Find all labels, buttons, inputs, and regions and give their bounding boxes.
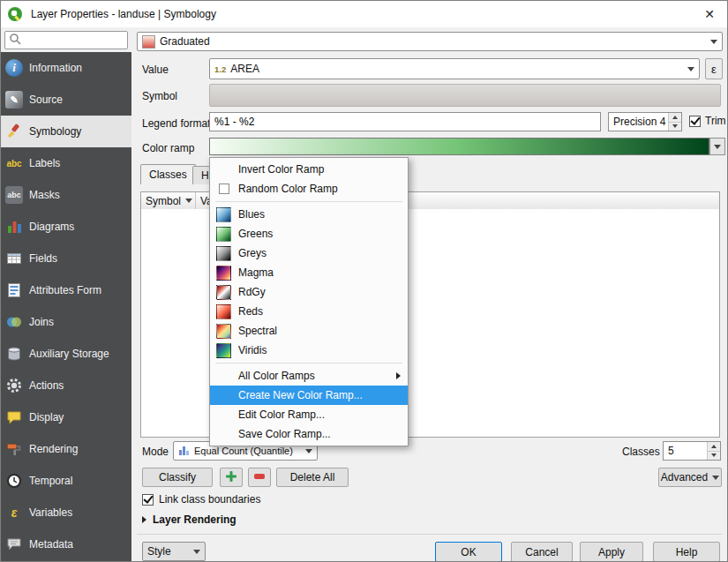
apply-button[interactable]: Apply	[580, 542, 643, 562]
value-field-name: AREA	[230, 63, 259, 75]
sidebar-item-symbology[interactable]: Symbology	[1, 116, 131, 147]
menu-item-create-new-color-ramp[interactable]: Create New Color Ramp...	[210, 386, 408, 405]
menu-item-random-color-ramp[interactable]: Random Color Ramp	[210, 179, 408, 199]
sidebar-item-metadata[interactable]: Metadata	[1, 528, 131, 560]
auxiliary-storage-icon	[5, 345, 23, 363]
link-class-boundaries-label: Link class boundaries	[159, 493, 260, 506]
menu-item-invert-color-ramp[interactable]: Invert Color Ramp	[210, 160, 408, 179]
rendering-roller-icon	[5, 440, 23, 458]
menu-item-greens[interactable]: Greens	[210, 224, 408, 244]
sidebar-item-source[interactable]: ✎ Source	[1, 84, 131, 116]
symbol-preview[interactable]	[209, 84, 721, 107]
menu-item-label: Invert Color Ramp	[238, 163, 324, 176]
graduated-icon	[142, 35, 155, 49]
sidebar-item-fields[interactable]: Fields	[1, 243, 131, 274]
menu-item-spectral[interactable]: Spectral	[210, 321, 408, 341]
menu-icon-spacer	[216, 427, 231, 442]
sidebar-item-label: Fields	[29, 252, 57, 265]
color-ramp-dropdown-button[interactable]	[709, 138, 725, 155]
apply-label: Apply	[598, 546, 625, 558]
delete-all-button[interactable]: Delete All	[276, 468, 349, 487]
menu-item-label: Blues	[238, 208, 265, 221]
classify-label: Classify	[159, 471, 196, 483]
diagrams-icon	[5, 218, 23, 236]
sidebar-item-actions[interactable]: Actions	[1, 370, 131, 401]
menu-item-save-color-ramp[interactable]: Save Color Ramp...	[210, 424, 408, 444]
chevron-down-icon	[710, 40, 717, 44]
legend-format-input[interactable]	[209, 112, 601, 131]
submenu-arrow-icon	[396, 372, 401, 379]
trim-checkbox[interactable]	[689, 116, 701, 127]
display-bubble-icon	[5, 408, 23, 426]
spin-up-icon[interactable]	[672, 116, 678, 119]
sidebar-item-auxiliary-storage[interactable]: Auxiliary Storage	[1, 338, 131, 370]
style-menu-button[interactable]: Style	[142, 542, 206, 561]
menu-item-reds[interactable]: Reds	[210, 302, 408, 321]
blues-ramp-icon	[216, 207, 231, 222]
epsilon-icon: ε	[711, 63, 717, 76]
checkbox-icon[interactable]	[219, 184, 229, 194]
sidebar-item-labels[interactable]: abc Labels	[1, 147, 131, 179]
menu-item-viridis[interactable]: Viridis	[210, 341, 408, 360]
menu-item-greys[interactable]: Greys	[210, 244, 408, 263]
classes-count-label: Classes	[622, 446, 660, 458]
sidebar-item-label: Auxiliary Storage	[29, 348, 109, 360]
sidebar-item-label: Symbology	[29, 125, 81, 138]
color-ramp-menu: Invert Color Ramp Random Color Ramp Blue…	[209, 157, 409, 446]
remove-class-button[interactable]	[248, 468, 271, 487]
renderer-type-select[interactable]: Graduated	[137, 32, 723, 51]
search-input[interactable]	[25, 34, 124, 47]
advanced-button[interactable]: Advanced	[658, 468, 722, 487]
sidebar-item-rendering[interactable]: Rendering	[1, 433, 131, 465]
close-icon[interactable]: ✕	[697, 3, 722, 26]
sidebar-item-attributes-form[interactable]: Attributes Form	[1, 274, 131, 306]
symbol-label: Symbol	[142, 90, 177, 102]
metadata-bubble-icon	[5, 536, 23, 553]
spin-down-icon[interactable]	[711, 453, 717, 457]
sidebar-item-variables[interactable]: ε Variables	[1, 497, 131, 528]
menu-separator	[215, 201, 402, 202]
decimal-field-icon: 1.2	[214, 64, 226, 74]
spinner-arrows[interactable]	[707, 442, 720, 460]
link-class-boundaries-checkbox[interactable]	[142, 494, 154, 506]
menu-item-rdgy[interactable]: RdGy	[210, 282, 408, 302]
titlebar: Layer Properties - landuse | Symbology ✕	[1, 1, 727, 27]
menu-item-label: Viridis	[238, 344, 266, 356]
sidebar-item-masks[interactable]: abc Masks	[1, 179, 131, 211]
classes-count-spinbox[interactable]: 5	[663, 441, 721, 461]
delete-all-label: Delete All	[290, 471, 335, 483]
spin-down-icon[interactable]	[672, 124, 678, 128]
ok-button[interactable]: OK	[435, 542, 502, 562]
sidebar-item-diagrams[interactable]: Diagrams	[1, 211, 131, 243]
expression-builder-button[interactable]: ε	[705, 58, 723, 79]
sidebar-item-joins[interactable]: Joins	[1, 306, 131, 338]
layer-rendering-section[interactable]: Layer Rendering	[142, 513, 236, 526]
cancel-button[interactable]: Cancel	[511, 542, 573, 562]
menu-icon-spacer	[216, 388, 231, 403]
classify-button[interactable]: Classify	[142, 468, 213, 487]
menu-item-blues[interactable]: Blues	[210, 205, 408, 224]
sidebar-item-display[interactable]: Display	[1, 401, 131, 433]
sidebar-item-label: Actions	[29, 379, 64, 392]
menu-item-label: Random Color Ramp	[238, 183, 338, 195]
menu-item-magma[interactable]: Magma	[210, 263, 408, 282]
plus-icon	[225, 470, 237, 485]
sidebar-item-information[interactable]: i Information	[1, 52, 131, 84]
precision-value: Precision 4	[613, 116, 665, 128]
color-ramp-preview[interactable]	[209, 138, 709, 155]
value-field-select[interactable]: 1.2 AREA	[209, 58, 700, 79]
help-button[interactable]: Help	[653, 542, 720, 562]
add-class-button[interactable]	[220, 468, 243, 487]
tab-classes[interactable]: Classes	[140, 164, 196, 184]
precision-spinbox[interactable]: Precision 4	[608, 112, 682, 131]
spin-up-icon[interactable]	[711, 445, 717, 448]
menu-item-all-color-ramps[interactable]: All Color Ramps	[210, 366, 408, 386]
sidebar-item-temporal[interactable]: Temporal	[1, 465, 131, 497]
spinner-arrows[interactable]	[668, 113, 681, 131]
menu-item-edit-color-ramp[interactable]: Edit Color Ramp...	[210, 405, 408, 424]
column-dropdown-icon[interactable]	[185, 199, 192, 203]
column-header-symbol[interactable]: Symbol	[141, 192, 196, 209]
source-icon: ✎	[5, 91, 23, 109]
qgis-logo-icon	[6, 5, 24, 23]
sidebar-searchbox[interactable]	[4, 31, 128, 49]
